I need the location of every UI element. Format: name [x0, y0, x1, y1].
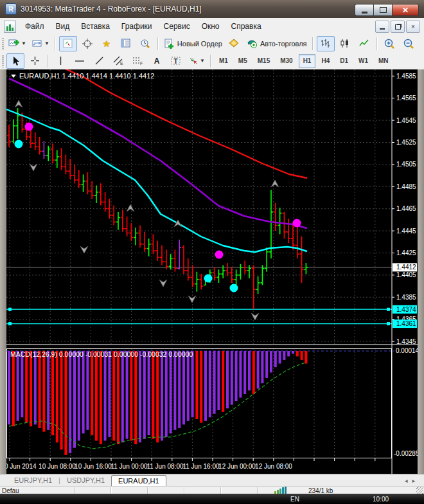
timeframe-button-M5[interactable]: M5 — [234, 54, 252, 68]
vertical-line-tool-button[interactable] — [51, 53, 69, 69]
metatrader-app-icon: R — [5, 3, 17, 15]
time-axis-label: 10 Jun 16:00 — [75, 463, 112, 470]
zoom-out-button[interactable] — [400, 36, 418, 51]
svg-text:T: T — [174, 58, 178, 65]
autotrading-label: Авто-торговля — [260, 40, 307, 48]
windows-taskbar: EN 10:00 — [0, 494, 424, 504]
crosshair-tool-button[interactable] — [26, 53, 44, 69]
macd-histogram-bar — [86, 351, 89, 430]
profile-status[interactable]: Defau — [0, 487, 75, 494]
chart-ohlc-header: EURAUD,H1 1.4410 1.4414 1.4410 1.4412 — [19, 72, 154, 80]
timeframe-button-W1[interactable]: W1 — [354, 54, 373, 68]
menu-item-Файл[interactable]: Файл — [19, 19, 50, 33]
svg-text:1.4412: 1.4412 — [396, 264, 416, 271]
bar-chart-mode-button[interactable] — [317, 36, 335, 51]
equidistant-channel-tool-button[interactable]: E — [109, 53, 127, 69]
mdi-minimize-button[interactable] — [375, 21, 389, 33]
timeframe-button-M30[interactable]: M30 — [276, 54, 297, 68]
macd-histogram-bar — [100, 351, 102, 444]
shapes-arrows-icon — [188, 56, 199, 66]
macd-histogram-bar — [12, 351, 15, 426]
resize-grip[interactable] — [416, 487, 423, 494]
svg-text:1.4374: 1.4374 — [396, 306, 416, 313]
macd-histogram-bar — [287, 351, 290, 356]
macd-histogram-bar — [64, 351, 67, 455]
menu-item-Окно[interactable]: Окно — [196, 19, 225, 33]
menu-item-Сервис[interactable]: Сервис — [158, 19, 196, 33]
metaeditor-button[interactable] — [225, 36, 243, 51]
text-label-tool-button[interactable]: T — [167, 53, 185, 69]
new-order-icon — [164, 39, 175, 49]
new-order-button[interactable]: Новый Ордер — [162, 36, 224, 51]
language-indicator[interactable]: EN — [290, 496, 299, 503]
chart-canvas[interactable]: 1.45851.45651.45451.45251.45051.44851.44… — [6, 69, 418, 474]
new-chart-button[interactable]: ▼ — [6, 36, 28, 51]
favorites-button[interactable]: ★ — [98, 36, 116, 51]
vertical-line-icon — [57, 56, 65, 66]
taskbar-clock[interactable]: 10:00 — [373, 496, 389, 503]
chart-tab-EURAUD,H1[interactable]: EURAUD,H1 — [111, 475, 166, 487]
menu-item-Вид[interactable]: Вид — [50, 19, 76, 33]
toolbar-grip[interactable] — [2, 37, 4, 50]
arrows-tool-button[interactable]: ▼ — [186, 53, 207, 69]
cursor-tool-button[interactable] — [6, 53, 24, 69]
close-button[interactable]: ✕ — [392, 4, 419, 16]
macd-histogram-bar — [204, 351, 207, 421]
zoom-in-button[interactable] — [381, 36, 399, 51]
text-a-icon: A — [154, 57, 160, 66]
autotrading-button[interactable]: Авто-торговля — [245, 36, 309, 51]
mdi-close-button[interactable]: × — [406, 21, 420, 33]
menu-item-Графики[interactable]: Графики — [116, 19, 158, 33]
macd-histogram-bar — [30, 351, 32, 426]
macd-histogram-bar — [231, 351, 233, 405]
window-frame-right — [418, 69, 424, 486]
macd-histogram-bar — [195, 351, 198, 419]
timeframe-button-H1[interactable]: H1 — [299, 54, 316, 68]
macd-axis-bottom: -0.00285 — [394, 450, 418, 457]
maximize-icon — [380, 7, 387, 13]
timeframe-button-MN[interactable]: MN — [374, 54, 393, 68]
tester-magnifier-icon — [140, 39, 150, 49]
macd-histogram-bar — [200, 351, 202, 423]
chart-tabs-bar: EURJPY,H1|USDJPY,H1EURAUD,H1◄► — [0, 474, 424, 486]
standard-toolbar: ▼ ▼ ★ Новый Ордер Авто-торговля — [0, 35, 424, 53]
menu-item-Вставка[interactable]: Вставка — [75, 19, 116, 33]
channel-icon: E — [113, 56, 124, 66]
macd-histogram-bar — [91, 351, 93, 435]
macd-histogram-bar — [39, 351, 41, 428]
chart-tab-EURJPY,H1[interactable]: EURJPY,H1 — [8, 475, 58, 486]
profiles-button[interactable]: ▼ — [30, 36, 51, 51]
text-tool-button[interactable]: A — [148, 53, 166, 69]
strategy-tester-button[interactable] — [136, 36, 154, 51]
macd-histogram-bar — [178, 351, 181, 428]
line-chart-icon — [359, 39, 369, 48]
macd-histogram-bar — [34, 351, 37, 424]
chevron-down-icon: ▼ — [21, 40, 26, 46]
tab-scroll-arrows[interactable]: ◄► — [403, 478, 419, 484]
mdi-restore-button[interactable] — [391, 21, 405, 33]
timeframe-button-H4[interactable]: H4 — [317, 54, 334, 68]
chart-tab-USDJPY,H1[interactable]: USDJPY,H1 — [60, 475, 111, 486]
market-watch-button[interactable] — [59, 36, 77, 51]
toolbar-grip[interactable] — [2, 55, 4, 68]
terminal-button[interactable] — [117, 36, 135, 51]
line-chart-mode-button[interactable] — [355, 36, 373, 51]
macd-histogram-bar — [239, 351, 242, 398]
price-chart-svg[interactable]: 1.45851.45651.45451.45251.45051.44851.44… — [6, 69, 418, 474]
cyan-signal-dot — [230, 284, 238, 292]
menu-item-Справка[interactable]: Справка — [225, 19, 267, 33]
timeframe-button-M1[interactable]: M1 — [215, 54, 233, 68]
candlestick-mode-button[interactable] — [336, 36, 354, 51]
crosshair-window-button[interactable] — [78, 36, 96, 51]
horizontal-line-tool-button[interactable] — [71, 53, 89, 69]
trendline-tool-button[interactable] — [90, 53, 108, 69]
timeframe-button-D1[interactable]: D1 — [335, 54, 353, 68]
macd-histogram-bar — [47, 351, 49, 430]
maximize-button[interactable] — [373, 4, 392, 16]
fibonacci-tool-button[interactable]: F — [128, 53, 146, 69]
timeframe-button-M15[interactable]: M15 — [253, 54, 274, 68]
macd-histogram-bar — [139, 351, 141, 442]
horizontal-line-icon — [75, 57, 85, 66]
minimize-button[interactable] — [355, 4, 373, 16]
price-axis-tick: 1.4345 — [396, 338, 416, 345]
